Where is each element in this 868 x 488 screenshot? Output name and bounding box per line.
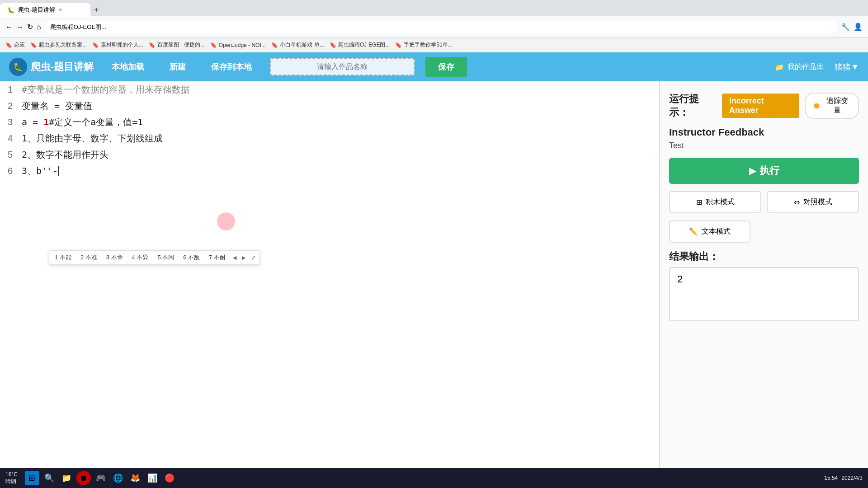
user-btn[interactable]: 猪猪▼ xyxy=(835,61,859,72)
new-tab-btn[interactable]: + xyxy=(90,5,103,15)
save-local-btn[interactable]: 保存到本地 xyxy=(204,58,259,76)
taskbar-app-1[interactable]: 🎮 xyxy=(94,471,108,485)
compare-icon: ⇔ xyxy=(794,198,800,206)
extensions-icon[interactable]: 🔧 xyxy=(841,23,850,31)
code-line-2: 2 变量名 = 变量值 xyxy=(0,98,659,114)
code-line-3: 3 a = 1#定义一个a变量，值=1 xyxy=(0,114,659,130)
app-title: 爬虫-题目讲解 xyxy=(31,60,94,74)
taskbar-date: 2022/4/3 xyxy=(841,475,863,481)
bookmark-7[interactable]: 🔖 爬虫编程OJ-EGE图... xyxy=(330,41,390,49)
emoji-btn-6[interactable]: 6 不敌 xyxy=(181,253,202,263)
weather-display: 16°C 晴朗 xyxy=(5,471,18,485)
taskbar-app-4[interactable]: 📊 xyxy=(145,471,160,485)
text-mode-btn[interactable]: ✏️ 文本模式 xyxy=(669,221,750,243)
app-header: 🐛 爬虫-题目讲解 本地加载 新建 保存到本地 保存 📁 我的作品库 猪猪▼ xyxy=(0,52,868,81)
taskbar-app-5[interactable]: 🔴 xyxy=(162,471,177,485)
feedback-section: Instructor Feedback Test xyxy=(669,127,859,150)
output-section: 结果输出： 2 xyxy=(669,250,859,321)
emoji-toolbar: 1 不能 2 不准 3 不拿 4 不异 5 不闲 6 不敌 7 不耐 ◀ ▶ ⤢ xyxy=(49,250,260,265)
code-line-4: 4 1、只能由字母、数字、下划线组成 xyxy=(0,130,659,146)
local-load-btn[interactable]: 本地加载 xyxy=(104,58,151,76)
cursor-highlight xyxy=(217,212,235,230)
emoji-btn-2[interactable]: 2 不准 xyxy=(79,253,99,263)
back-btn[interactable]: ← xyxy=(5,23,13,31)
bookmark-2[interactable]: 🔖 爬虫参见关联备案... xyxy=(30,41,87,49)
my-works-btn[interactable]: 📁 我的作品库 xyxy=(775,62,824,72)
address-bar: ← → ↻ ⌂ 🔧 👤 xyxy=(0,16,868,38)
profile-icon[interactable]: 👤 xyxy=(854,23,863,31)
bookmark-8[interactable]: 🔖 手把手教你学51单... xyxy=(395,41,452,49)
run-hint-label: 运行提示： xyxy=(669,92,717,119)
feedback-text: Test xyxy=(669,141,859,150)
new-btn[interactable]: 新建 xyxy=(162,58,193,76)
address-input[interactable] xyxy=(45,21,837,33)
save-btn[interactable]: 保存 xyxy=(425,57,467,77)
taskbar-time: 15:54 xyxy=(824,475,838,481)
compare-mode-btn[interactable]: ⇔ 对照模式 xyxy=(767,191,859,213)
emoji-btn-1[interactable]: 1 不能 xyxy=(53,253,73,263)
tab-title: 爬虫-题目讲解 xyxy=(18,6,55,14)
code-editor[interactable]: 1 #变量就是一个数据的容器，用来存储数据 2 变量名 = 变量值 3 a = … xyxy=(0,81,660,488)
bookmark-4[interactable]: 🔖 百度脑图 - 便捷的... xyxy=(149,41,205,49)
bookmark-6[interactable]: 🔖 小白单机游戏-单... xyxy=(271,41,324,49)
reload-btn[interactable]: ↻ xyxy=(27,23,33,31)
browser-tab[interactable]: 🐛 爬虫-题目讲解 × xyxy=(0,3,90,17)
search-taskbar-btn[interactable]: 🔍 xyxy=(42,471,57,485)
taskbar: 16°C 晴朗 ⊞ 🔍 📁 ⏺ 🎮 🌐 🦊 📊 🔴 15:54 2022/4/3 xyxy=(0,468,868,488)
block-icon: ⊞ xyxy=(696,198,702,206)
bookmarks-bar: 🔖 必应 🔖 爬虫参见关联备案... 🔖 素材即拥的个人... 🔖 百度脑图 -… xyxy=(0,38,868,52)
bookmark-5[interactable]: 🔖 OpenJudge - NOI... xyxy=(210,42,266,48)
incorrect-answer-badge: Incorrect Answer xyxy=(722,94,799,118)
run-hint-row: 运行提示： Incorrect Answer ⏺ 追踪变量 xyxy=(669,92,859,119)
feedback-title: Instructor Feedback xyxy=(669,127,859,138)
emoji-btn-3[interactable]: 3 不拿 xyxy=(104,253,125,263)
execute-btn[interactable]: ▶ 执行 xyxy=(669,158,859,184)
taskbar-app-3[interactable]: 🦊 xyxy=(128,471,142,485)
code-line-5: 5 2、数字不能用作开头 xyxy=(0,146,659,163)
trace-icon: ⏺ xyxy=(813,101,821,111)
output-label: 结果输出： xyxy=(669,250,859,263)
tab-close-btn[interactable]: × xyxy=(59,7,62,13)
mode-buttons-row: ⊞ 积木模式 ⇔ 对照模式 xyxy=(669,191,859,213)
logo: 🐛 xyxy=(9,58,27,76)
emoji-btn-7[interactable]: 7 不耐 xyxy=(207,253,227,263)
code-line-1: 1 #变量就是一个数据的容器，用来存储数据 xyxy=(0,81,659,98)
bookmark-bing[interactable]: 🔖 必应 xyxy=(5,41,25,49)
pencil-icon: ✏️ xyxy=(689,227,698,236)
output-box: 2 xyxy=(669,267,859,321)
forward-btn[interactable]: → xyxy=(16,23,24,31)
start-btn[interactable]: ⊞ xyxy=(25,471,39,485)
trace-variable-btn[interactable]: ⏺ 追踪变量 xyxy=(805,93,859,119)
right-panel: 运行提示： Incorrect Answer ⏺ 追踪变量 Instructor… xyxy=(660,81,868,488)
play-icon: ▶ xyxy=(749,165,756,176)
main-content: 1 #变量就是一个数据的容器，用来存储数据 2 变量名 = 变量值 3 a = … xyxy=(0,81,868,488)
expand-emoji-btn[interactable]: ⤢ xyxy=(251,254,256,261)
home-btn[interactable]: ⌂ xyxy=(37,23,41,31)
taskbar-icons: ⊞ 🔍 📁 ⏺ 🎮 🌐 🦊 📊 🔴 xyxy=(25,471,177,485)
bookmark-3[interactable]: 🔖 素材即拥的个人... xyxy=(92,41,143,49)
folder-icon: 📁 xyxy=(775,63,784,71)
taskbar-app-2[interactable]: 🌐 xyxy=(111,471,125,485)
prev-emoji-btn[interactable]: ◀ xyxy=(233,255,236,261)
logo-area: 🐛 爬虫-题目讲解 xyxy=(9,58,94,76)
taskbar-right: 15:54 2022/4/3 xyxy=(824,475,863,481)
code-line-6[interactable]: 6 3、b''- xyxy=(0,163,659,179)
block-mode-btn[interactable]: ⊞ 积木模式 xyxy=(669,191,761,213)
emoji-btn-5[interactable]: 5 不闲 xyxy=(156,253,176,263)
file-explorer-btn[interactable]: 📁 xyxy=(59,471,74,485)
next-emoji-btn[interactable]: ▶ xyxy=(242,255,245,261)
red-circle-btn[interactable]: ⏺ xyxy=(76,471,91,485)
emoji-btn-4[interactable]: 4 不异 xyxy=(130,253,151,263)
title-input[interactable] xyxy=(270,58,415,75)
